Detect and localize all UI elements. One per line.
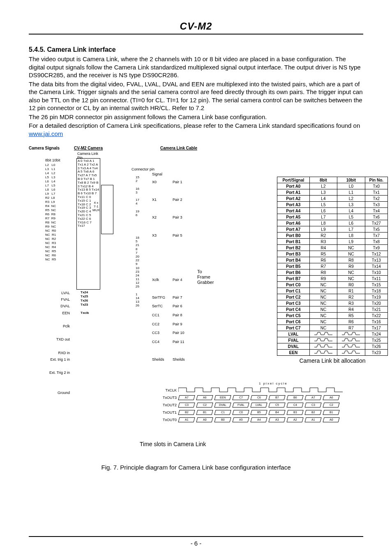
table-cell: L6 bbox=[309, 208, 337, 214]
table-row: Port A1L3L1Tx1 bbox=[277, 189, 388, 196]
table-cell: Tx6 bbox=[365, 214, 387, 220]
timing-cell: A7 bbox=[178, 395, 195, 400]
table-header-row: Port/Signal8bit10bitPin No. bbox=[277, 177, 388, 183]
timing-row-label: TxOUT1 bbox=[160, 410, 177, 415]
table-cell: Tx4 bbox=[365, 208, 387, 214]
table-cell: Port A5 bbox=[277, 214, 310, 220]
table-cell bbox=[337, 331, 365, 337]
timing-cell: A7 bbox=[304, 395, 321, 400]
timing-cell: A1 bbox=[304, 417, 321, 422]
cv-m2-camera-label: CV-M2 Camera bbox=[74, 146, 103, 150]
timing-cell: B3 bbox=[286, 410, 303, 415]
table-cell: DVAL bbox=[277, 343, 310, 350]
timing-cell: A0 bbox=[196, 417, 213, 422]
page-title: CV-M2 bbox=[29, 21, 363, 32]
table-row: EENTx23 bbox=[277, 350, 388, 356]
table-cell: R9 bbox=[337, 263, 365, 269]
table-cell: Tx12 bbox=[365, 251, 387, 257]
table-row: DVALTx26 bbox=[277, 343, 388, 350]
table-row: Port B1R3L9Tx8 bbox=[277, 239, 388, 245]
table-header-cell: 8bit bbox=[309, 177, 337, 183]
table-cell: NC bbox=[309, 282, 337, 288]
page-number: - 6 - bbox=[0, 540, 392, 547]
table-cell: L9 bbox=[309, 226, 337, 233]
table-cell: Port A2 bbox=[277, 196, 310, 202]
cl-pin-box: A 0 Tx0 A 1 Tx1 A 2 Tx2 A 3 Tx3 A 4 Tx4 … bbox=[76, 158, 100, 290]
table-row: Port A5L7L5Tx6 bbox=[277, 214, 388, 220]
table-row: Port C6NCR6Tx16 bbox=[277, 319, 388, 325]
conn-numbers: 15 2 16 3 17 4 19 6 18 5 21 8 7 20 22 9 … bbox=[136, 175, 139, 308]
table-row: Port A4L6L4Tx4 bbox=[277, 208, 388, 214]
timing-cell: A5 bbox=[232, 417, 249, 422]
paragraph-3: The 26 pin MDR connector pin assignment … bbox=[29, 113, 363, 121]
table-header-cell: Port/Signal bbox=[277, 177, 310, 183]
table-cell bbox=[309, 343, 337, 350]
timing-cell: C1 bbox=[214, 410, 231, 415]
extra-tx: Tx24 Tx25 Tx26 Tx23 Txclk bbox=[81, 290, 89, 315]
table-cell: LVAL bbox=[277, 331, 310, 337]
table-cell: Port C1 bbox=[277, 288, 310, 294]
table-row: Port A7L9L7Tx5 bbox=[277, 226, 388, 233]
table-cell: R7 bbox=[337, 325, 365, 331]
timing-cell: C7 bbox=[232, 395, 249, 400]
pair-signals: X0 X1 X2 X3 Xclk SerTFG SerTC CC1 CC2 CC… bbox=[152, 178, 165, 364]
section-heading: 5.4.5. Camera Link interface bbox=[29, 46, 363, 53]
table-cell: Tx25 bbox=[365, 337, 387, 343]
timing-row: TxOUT0A1A0B0A5A4A3A2A1A0 bbox=[160, 416, 363, 424]
timing-cell: B2 bbox=[178, 410, 195, 415]
table-cell: Tx3 bbox=[365, 202, 387, 208]
table-cell bbox=[337, 337, 365, 343]
footer-rule bbox=[29, 536, 363, 537]
signal-label: Signal bbox=[152, 172, 162, 176]
table-cell: R6 bbox=[337, 319, 365, 325]
table-cell: R9 bbox=[309, 276, 337, 282]
table-row: Port C2NCR2Tx19 bbox=[277, 294, 388, 300]
jai-link[interactable]: www.jai.com bbox=[29, 130, 63, 137]
table-row: Port C1NCR1Tx18 bbox=[277, 288, 388, 294]
paragraph-4-text: For a detailed description of Camera Lin… bbox=[29, 122, 360, 129]
table-cell: Tx15 bbox=[365, 282, 387, 288]
table-cell: L7 bbox=[337, 226, 365, 233]
timing-caption: Time slots in Camera Link bbox=[140, 441, 206, 447]
table-cell: EEN bbox=[277, 350, 310, 356]
timing-row: TxOUT3A7A6EENC7C6B7B6A7A6 bbox=[160, 394, 363, 401]
table-cell: Tx22 bbox=[365, 313, 387, 319]
table-row: Port C7NCR7Tx17 bbox=[277, 325, 388, 331]
table-cell: Port A0 bbox=[277, 183, 310, 189]
camera-link-diagram: CV-M2 Camera Camera Link Cable Camera Si… bbox=[29, 146, 210, 384]
timing-cell: LVAL bbox=[250, 403, 267, 408]
table-cell: R6 bbox=[309, 257, 337, 263]
timing-row: TxOUT1B2B1C1C0B5B4B3B2B1 bbox=[160, 409, 363, 416]
table-row: Port B6R8NCTx10 bbox=[277, 269, 388, 276]
table-cell: Tx11 bbox=[365, 276, 387, 282]
timing-cell: DVAL bbox=[214, 403, 231, 408]
mux-label: 4 x 7-1 MUX bbox=[92, 201, 100, 212]
table-cell: Port C0 bbox=[277, 282, 310, 288]
table-cell: L7 bbox=[309, 214, 337, 220]
timing-cell: C2 bbox=[323, 403, 339, 408]
table-row: Port A6L8L6Tx27 bbox=[277, 220, 388, 226]
table-cell: Port C3 bbox=[277, 300, 310, 306]
table-row: Port A2L4L2Tx2 bbox=[277, 196, 388, 202]
timing-row-label: TxOUT0 bbox=[160, 418, 177, 422]
timing-cell: B0 bbox=[214, 417, 231, 422]
table-cell: Tx19 bbox=[365, 294, 387, 300]
table-row: Port B3R5NCTx12 bbox=[277, 251, 388, 257]
table-cell: Tx18 bbox=[365, 288, 387, 294]
timing-cell: A0 bbox=[323, 417, 339, 422]
paragraph-1: The video output is Camera Link, where t… bbox=[29, 55, 363, 79]
table-cell: Port A3 bbox=[277, 202, 310, 208]
cable-label: Camera Link Cable bbox=[160, 146, 197, 150]
table-cell: NC bbox=[309, 306, 337, 313]
table-cell: R0 bbox=[337, 282, 365, 288]
table-cell: L5 bbox=[309, 202, 337, 208]
timing-cell: EEN bbox=[214, 395, 231, 400]
table-cell: R1 bbox=[337, 288, 365, 294]
bit-allocation-table-wrap: Port/Signal8bit10bitPin No. Port A0L2L0T… bbox=[277, 177, 388, 364]
table-row: Port C4NCR4Tx21 bbox=[277, 306, 388, 313]
to-frame-grabber: To Frame Grabber bbox=[197, 269, 214, 286]
table-cell: Port B5 bbox=[277, 263, 310, 269]
table-row: Port C5NCR5Tx22 bbox=[277, 313, 388, 319]
table-cell: Tx26 bbox=[365, 343, 387, 350]
clock-waveform bbox=[178, 387, 343, 394]
